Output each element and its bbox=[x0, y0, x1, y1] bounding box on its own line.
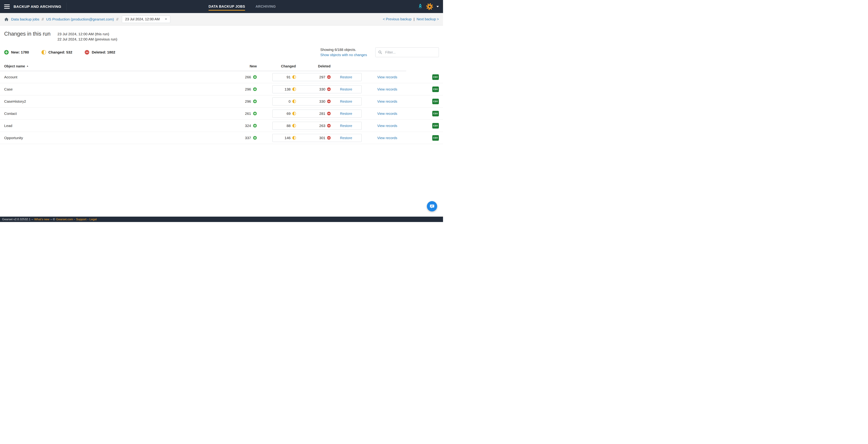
restore-cell: Restore bbox=[331, 99, 362, 103]
header-changed-deleted-group: Changed Deleted bbox=[272, 64, 362, 68]
this-run-date: 23 Jul 2024, 12:00 AM (this run) bbox=[58, 31, 117, 37]
restore-cell: Restore bbox=[331, 136, 362, 140]
home-icon[interactable] bbox=[4, 17, 9, 21]
deleted-count: 330 bbox=[319, 87, 325, 91]
changed-deleted-restore-box: 0 330 Restore bbox=[272, 97, 362, 106]
view-records-cell: View records bbox=[377, 136, 419, 140]
changed-count: 91 bbox=[287, 75, 290, 79]
footer-separator: – bbox=[32, 218, 33, 221]
csv-download-icon[interactable]: CSV bbox=[432, 75, 439, 80]
header-changed: Changed bbox=[272, 64, 296, 68]
backup-date-select[interactable]: 23 Jul 2024, 12:00 AM bbox=[122, 16, 170, 23]
tab-archiving[interactable]: ARCHIVING bbox=[255, 0, 276, 13]
breadcrumb-separator: // bbox=[42, 17, 44, 21]
table-row: Account 266 91 297 Restore View records … bbox=[0, 71, 443, 83]
new-count-cell: 266 bbox=[240, 75, 257, 79]
new-plus-icon bbox=[253, 124, 257, 127]
view-records-link[interactable]: View records bbox=[377, 124, 397, 128]
page-title: Changes in this run bbox=[4, 31, 51, 37]
breadcrumb-org-link[interactable]: US Production (production@gearset.com) bbox=[46, 17, 114, 21]
restore-link[interactable]: Restore bbox=[340, 99, 352, 103]
new-count: 324 bbox=[245, 124, 251, 128]
new-count-cell: 296 bbox=[240, 87, 257, 91]
support-link[interactable]: Support bbox=[76, 218, 87, 221]
breadcrumb-data-backup-jobs[interactable]: Data backup jobs bbox=[11, 17, 39, 21]
view-records-link[interactable]: View records bbox=[377, 99, 397, 103]
table-row: Contact 261 69 281 Restore View records … bbox=[0, 108, 443, 120]
changed-count-cell: 88 bbox=[273, 124, 296, 128]
header-object-name[interactable]: Object name ▲ bbox=[4, 64, 240, 68]
legal-link[interactable]: Legal bbox=[89, 218, 97, 221]
csv-download-icon[interactable]: CSV bbox=[432, 87, 439, 92]
restore-link[interactable]: Restore bbox=[340, 87, 352, 91]
settings-gear-icon[interactable] bbox=[426, 3, 433, 10]
footer-bar: Gearset v2.0.32532.1 – What's new – © Ge… bbox=[0, 217, 443, 222]
filter-wrap bbox=[375, 48, 439, 57]
restore-cell: Restore bbox=[331, 87, 362, 91]
showing-block: Showing 6/188 objects. Show objects with… bbox=[320, 47, 367, 58]
view-records-cell: View records bbox=[377, 99, 419, 103]
deleted-minus-icon bbox=[327, 112, 331, 115]
summary-new: New: 1780 bbox=[4, 50, 29, 55]
csv-download-icon[interactable]: CSV bbox=[432, 135, 439, 141]
show-no-changes-link[interactable]: Show objects with no changes bbox=[320, 52, 367, 58]
csv-download-icon[interactable]: CSV bbox=[432, 99, 439, 104]
navbar-right-icons bbox=[418, 3, 439, 10]
view-records-link[interactable]: View records bbox=[377, 75, 397, 79]
changed-halfcircle-icon bbox=[41, 50, 46, 55]
previous-backup-link[interactable]: < Previous backup bbox=[383, 17, 411, 21]
tab-data-backup-jobs[interactable]: DATA BACKUP JOBS bbox=[209, 0, 245, 13]
new-count-cell: 324 bbox=[240, 124, 257, 128]
deleted-count: 281 bbox=[319, 112, 325, 116]
new-count: 296 bbox=[245, 87, 251, 91]
hamburger-menu-icon[interactable] bbox=[4, 4, 10, 9]
search-icon bbox=[378, 50, 382, 54]
view-records-link[interactable]: View records bbox=[377, 136, 397, 140]
new-count-cell: 337 bbox=[240, 136, 257, 140]
changed-count: 0 bbox=[288, 99, 290, 103]
backup-nav-divider: | bbox=[413, 17, 414, 21]
changed-count: 138 bbox=[284, 87, 290, 91]
view-records-link[interactable]: View records bbox=[377, 112, 397, 116]
table-row: Case 296 138 330 Restore View records CS… bbox=[0, 83, 443, 95]
restore-link[interactable]: Restore bbox=[340, 136, 352, 140]
summary-new-label: New: 1780 bbox=[11, 50, 29, 54]
gearset-com-link[interactable]: Gearset.com bbox=[56, 218, 73, 221]
rocket-icon[interactable] bbox=[418, 3, 423, 10]
new-plus-icon bbox=[253, 136, 257, 140]
changed-count: 88 bbox=[287, 124, 290, 128]
backup-date-select-value: 23 Jul 2024, 12:00 AM bbox=[125, 17, 160, 21]
changed-count-cell: 69 bbox=[273, 112, 296, 116]
next-backup-link[interactable]: Next backup > bbox=[416, 17, 439, 21]
csv-download-icon[interactable]: CSV bbox=[432, 111, 439, 116]
new-count: 337 bbox=[245, 136, 251, 140]
restore-link[interactable]: Restore bbox=[340, 112, 352, 116]
new-count-cell: 261 bbox=[240, 112, 257, 116]
object-name: Opportunity bbox=[4, 136, 240, 140]
whats-new-link[interactable]: What's new bbox=[34, 218, 49, 221]
account-chevron-down-icon[interactable] bbox=[436, 6, 439, 7]
changed-deleted-restore-box: 146 301 Restore bbox=[272, 134, 362, 142]
backup-navigation: < Previous backup | Next backup > bbox=[383, 17, 439, 21]
view-records-cell: View records bbox=[377, 124, 419, 128]
deleted-count: 297 bbox=[319, 75, 325, 79]
view-records-cell: View records bbox=[377, 112, 419, 116]
changed-halfcircle-icon bbox=[292, 124, 296, 127]
restore-link[interactable]: Restore bbox=[340, 75, 352, 79]
new-plus-icon bbox=[253, 87, 257, 91]
changed-halfcircle-icon bbox=[292, 99, 296, 103]
filter-input[interactable] bbox=[375, 48, 439, 57]
csv-download-icon[interactable]: CSV bbox=[432, 123, 439, 128]
view-records-link[interactable]: View records bbox=[377, 87, 397, 91]
changed-halfcircle-icon bbox=[292, 87, 296, 91]
deleted-minus-icon bbox=[327, 99, 331, 103]
header-new: New bbox=[240, 64, 257, 68]
restore-link[interactable]: Restore bbox=[340, 124, 352, 128]
summary-deleted-label: Deleted: 1802 bbox=[92, 50, 115, 54]
header-object-name-label: Object name bbox=[4, 64, 25, 68]
changed-halfcircle-icon bbox=[292, 75, 296, 79]
changed-deleted-restore-box: 69 281 Restore bbox=[272, 110, 362, 118]
deleted-minus-icon bbox=[85, 50, 89, 55]
chat-widget-button[interactable] bbox=[427, 201, 437, 211]
restore-cell: Restore bbox=[331, 112, 362, 116]
